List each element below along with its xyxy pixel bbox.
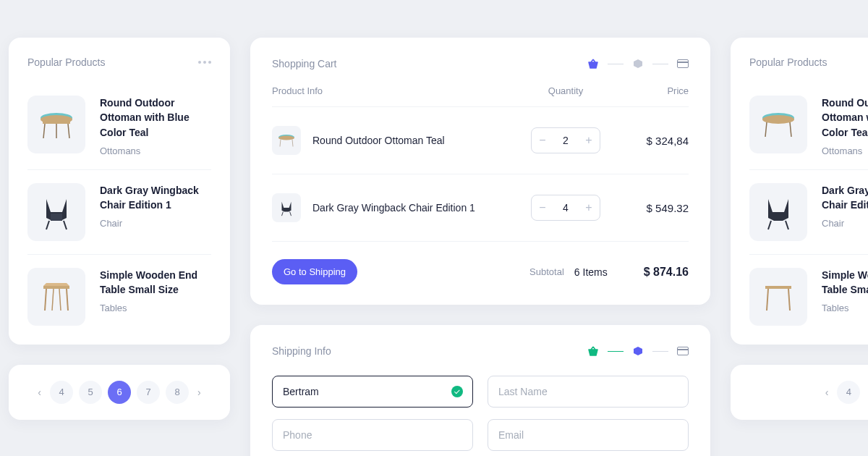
col-quantity: Quantity bbox=[522, 85, 609, 96]
cart-item-name: Round Outdoor Ottoman Teal bbox=[312, 135, 445, 146]
cart-thumb bbox=[272, 193, 301, 222]
check-icon bbox=[451, 386, 463, 397]
popular-products-card: Popular Products Round Outdoor Ottoman w… bbox=[9, 38, 230, 345]
box-icon bbox=[632, 58, 644, 69]
page-6[interactable]: 6 bbox=[108, 381, 131, 404]
product-name: Simple Wooden End Table Small Size bbox=[100, 268, 211, 297]
qty-value: 2 bbox=[553, 135, 578, 146]
page-8[interactable]: 8 bbox=[166, 381, 189, 404]
product-item[interactable]: Simple Wooden End Table Small SizeTables bbox=[749, 255, 868, 326]
step-divider bbox=[608, 351, 624, 352]
svg-line-7 bbox=[46, 221, 49, 229]
page-4[interactable]: 4 bbox=[837, 381, 860, 404]
quantity-stepper: − 4 + bbox=[531, 195, 600, 221]
svg-line-24 bbox=[768, 221, 771, 229]
product-category: Tables bbox=[100, 303, 211, 313]
product-thumb bbox=[27, 96, 85, 153]
product-name: Round Outdoor Ottoman with Blue Color Te… bbox=[100, 96, 211, 140]
product-category: Ottomans bbox=[100, 145, 211, 156]
quantity-stepper: − 2 + bbox=[531, 127, 600, 153]
cart-row: Round Outdoor Ottoman Teal − 2 + $ 324,8… bbox=[272, 107, 689, 174]
page-7[interactable]: 7 bbox=[137, 381, 160, 404]
creditcard-icon bbox=[677, 347, 689, 355]
product-name: Simple Wooden End Table Small Size bbox=[822, 268, 868, 297]
product-category: Tables bbox=[822, 303, 868, 313]
popular-products-card-dup: Popular Products Round Outdoor Ottoman w… bbox=[731, 38, 868, 345]
product-name: Dark Gray Wingback Chair Edition 1 bbox=[822, 183, 868, 213]
svg-line-3 bbox=[43, 124, 45, 138]
basket-icon bbox=[587, 345, 599, 357]
svg-line-12 bbox=[52, 289, 54, 311]
popular-title: Popular Products bbox=[27, 56, 105, 68]
svg-line-25 bbox=[786, 221, 788, 229]
page-next[interactable]: › bbox=[195, 387, 204, 398]
svg-line-23 bbox=[790, 122, 791, 137]
svg-line-18 bbox=[282, 212, 284, 216]
pagination: ‹ 4 5 6 7 8 › bbox=[9, 365, 230, 420]
product-name: Round Outdoor Ottoman with Blue Color Te… bbox=[822, 96, 868, 140]
product-item[interactable]: Round Outdoor Ottoman with Blue Color Te… bbox=[27, 83, 211, 170]
page-4[interactable]: 4 bbox=[50, 381, 73, 404]
step-divider bbox=[652, 351, 668, 352]
last-name-field[interactable] bbox=[488, 376, 689, 408]
cart-row: Dark Gray Wingback Chair Edition 1 − 4 +… bbox=[272, 174, 689, 242]
product-thumb bbox=[749, 183, 807, 241]
product-name: Dark Gray Wingback Chair Edition 1 bbox=[100, 183, 211, 213]
qty-value: 4 bbox=[553, 202, 578, 214]
subtotal-label: Subtotal bbox=[529, 266, 564, 277]
subtotal-value: $ 874.16 bbox=[644, 266, 689, 279]
product-item[interactable]: Dark Gray Wingback Chair Edition 1Chair bbox=[749, 170, 868, 255]
creditcard-icon bbox=[677, 59, 689, 68]
svg-line-13 bbox=[59, 289, 61, 311]
product-category: Chair bbox=[822, 218, 868, 229]
qty-plus[interactable]: + bbox=[578, 134, 600, 147]
svg-line-17 bbox=[292, 140, 293, 147]
product-thumb bbox=[749, 96, 807, 153]
page-prev[interactable]: ‹ bbox=[822, 387, 832, 398]
svg-line-10 bbox=[45, 289, 46, 311]
product-category: Ottomans bbox=[822, 145, 868, 156]
shipping-title: Shipping Info bbox=[272, 345, 331, 357]
step-divider bbox=[652, 64, 668, 64]
svg-point-15 bbox=[278, 136, 294, 140]
svg-line-27 bbox=[767, 289, 768, 311]
page-5[interactable]: 5 bbox=[79, 381, 102, 404]
go-to-shipping-button[interactable]: Go to Shipping bbox=[272, 259, 357, 284]
cart-thumb bbox=[272, 126, 301, 155]
qty-minus[interactable]: − bbox=[532, 201, 553, 214]
qty-minus[interactable]: − bbox=[532, 134, 553, 147]
cart-item-price: $ 324,84 bbox=[609, 135, 689, 147]
svg-rect-9 bbox=[43, 286, 69, 289]
product-category: Chair bbox=[100, 218, 211, 229]
box-icon bbox=[632, 345, 644, 357]
col-price: Price bbox=[609, 85, 689, 96]
svg-line-19 bbox=[290, 212, 292, 216]
svg-line-11 bbox=[67, 289, 68, 311]
page-prev[interactable]: ‹ bbox=[35, 387, 44, 398]
svg-rect-2 bbox=[43, 119, 70, 124]
cart-item-price: $ 549.32 bbox=[609, 202, 689, 214]
more-icon[interactable] bbox=[198, 61, 211, 64]
svg-line-28 bbox=[788, 289, 790, 311]
first-name-field[interactable] bbox=[272, 376, 473, 408]
product-item[interactable]: Dark Gray Wingback Chair Edition 1 Chair bbox=[27, 170, 211, 255]
shipping-info-card: Shipping Info bbox=[250, 325, 710, 456]
phone-field[interactable] bbox=[272, 419, 473, 451]
cart-item-name: Dark Gray Wingback Chair Edition 1 bbox=[312, 202, 475, 214]
product-item[interactable]: Round Outdoor Ottoman with Blue Color Te… bbox=[749, 83, 868, 170]
svg-line-22 bbox=[765, 122, 767, 137]
svg-line-16 bbox=[280, 140, 281, 147]
product-thumb bbox=[27, 268, 85, 326]
product-item[interactable]: Simple Wooden End Table Small Size Table… bbox=[27, 255, 211, 326]
email-field[interactable] bbox=[488, 419, 689, 451]
product-thumb bbox=[749, 268, 807, 326]
popular-title: Popular Products bbox=[749, 56, 827, 68]
cart-title: Shopping Cart bbox=[272, 58, 337, 69]
svg-line-8 bbox=[64, 221, 67, 229]
checkout-steps bbox=[587, 58, 689, 69]
basket-icon bbox=[587, 58, 599, 69]
col-product-info: Product Info bbox=[272, 85, 522, 96]
step-divider bbox=[608, 64, 624, 64]
qty-plus[interactable]: + bbox=[578, 201, 600, 214]
svg-rect-6 bbox=[51, 214, 62, 221]
